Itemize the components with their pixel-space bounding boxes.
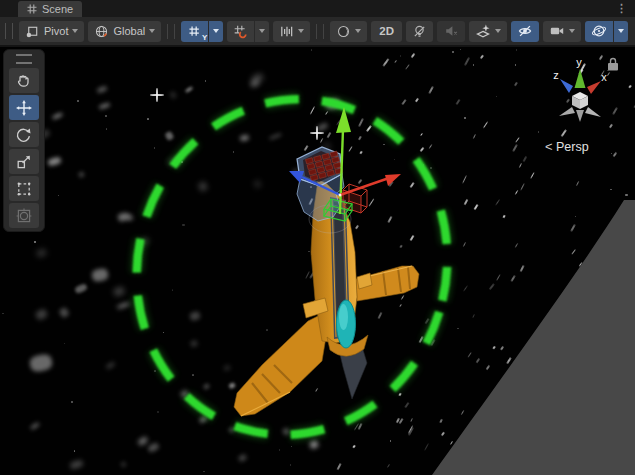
light-bulb-off-icon — [412, 24, 427, 39]
chevron-down-icon — [495, 29, 501, 33]
padlock-icon[interactable] — [608, 59, 618, 71]
shaded-sphere-icon — [336, 24, 351, 39]
grid-snapping-dropdown[interactable] — [254, 21, 269, 42]
orientation-gizmo: y z x — [553, 56, 618, 122]
pivot-label: Pivot — [44, 25, 68, 37]
neg-axis-cone[interactable] — [576, 110, 584, 122]
ship-left-wing — [234, 315, 326, 416]
rect-tool-icon — [15, 180, 33, 198]
chevron-down-icon — [355, 29, 361, 33]
tool-rect[interactable] — [9, 176, 39, 201]
tool-scale[interactable] — [9, 149, 39, 174]
neg-axis-cone[interactable] — [585, 107, 601, 117]
ruler-icon — [279, 24, 294, 39]
scale-icon — [15, 153, 33, 171]
tool-rotate[interactable] — [9, 122, 39, 147]
grid-snapping-toggle[interactable] — [227, 21, 254, 42]
toolbar-separator — [316, 24, 324, 39]
tab-bar: Scene ⋮ — [0, 0, 635, 17]
handle-orientation-dropdown[interactable]: Global — [88, 21, 161, 42]
tools-drag-handle[interactable] — [16, 54, 32, 64]
gizmo-x-label[interactable]: x — [601, 71, 607, 83]
transform-icon — [15, 207, 33, 225]
2d-toggle[interactable]: 2D — [371, 21, 402, 42]
chevron-down-icon — [72, 29, 78, 33]
persp-label: Persp — [556, 140, 589, 154]
grid-icon — [27, 4, 37, 14]
surface-plane[interactable] — [432, 200, 635, 475]
gizmo-sphere-icon — [591, 23, 607, 39]
lighting-toggle[interactable] — [406, 21, 433, 42]
camera-dropdown[interactable] — [543, 21, 581, 42]
chevron-down-icon — [298, 29, 304, 33]
tab-overflow-menu[interactable]: ⋮ — [616, 1, 626, 16]
gizmo-z-label[interactable]: z — [553, 69, 559, 81]
tool-hand[interactable] — [9, 68, 39, 93]
chevron-down-icon — [149, 29, 155, 33]
persp-arrow: < — [545, 139, 553, 154]
toolbar-drag-handle[interactable] — [5, 23, 13, 39]
scene-canvas: y z x < Persp — [0, 47, 635, 475]
neg-axis-cone[interactable] — [559, 107, 575, 116]
speaker-muted-icon — [443, 23, 459, 39]
globe-icon — [94, 24, 109, 39]
y-axis-cone[interactable] — [575, 69, 586, 88]
eye-slash-icon — [517, 23, 533, 39]
tab-label: Scene — [42, 3, 73, 15]
grid-icon — [187, 24, 202, 39]
toolbar-separator — [167, 24, 175, 39]
sparkle-layers-icon — [475, 23, 491, 39]
tool-transform[interactable] — [9, 203, 39, 228]
video-camera-icon — [549, 23, 565, 39]
pivot-square-icon — [25, 24, 40, 39]
shading-mode-dropdown[interactable] — [330, 21, 367, 42]
scene-view-window: Scene ⋮ Pivot Global — [0, 0, 635, 475]
chevron-down-icon — [569, 29, 575, 33]
effects-dropdown[interactable] — [469, 21, 507, 42]
tools-overlay — [3, 49, 45, 232]
audio-toggle[interactable] — [437, 21, 465, 42]
orientation-label: Global — [113, 25, 145, 37]
pivot-dropdown[interactable]: Pivot — [19, 21, 84, 42]
grid-axis-label: Y — [202, 33, 207, 42]
grid-visibility-toggle[interactable]: Y — [181, 21, 208, 42]
rotate-icon — [15, 126, 33, 144]
x-axis-cone[interactable] — [587, 81, 601, 94]
tool-move[interactable] — [9, 95, 39, 120]
move-gizmo-x-arrowhead[interactable] — [385, 174, 401, 186]
tab-scene[interactable]: Scene — [18, 1, 82, 17]
grid-visibility-dropdown[interactable] — [208, 21, 223, 42]
hand-icon — [15, 72, 33, 90]
component-tools-toggle[interactable] — [585, 21, 613, 42]
selection-ring — [95, 60, 488, 473]
grid-magnet-icon — [233, 24, 248, 39]
z-axis-cone[interactable] — [560, 79, 573, 93]
gizmo-y-label[interactable]: y — [576, 56, 582, 68]
projection-toggle[interactable]: < Persp — [545, 139, 589, 154]
scene-viewport[interactable]: y z x < Persp — [0, 47, 635, 475]
component-tools-dropdown[interactable] — [613, 21, 628, 42]
increment-snap-dropdown[interactable] — [273, 21, 310, 42]
scene-visibility-toggle[interactable] — [511, 21, 539, 42]
move-icon — [15, 99, 33, 117]
scene-toolbar: Pivot Global Y — [0, 17, 635, 47]
